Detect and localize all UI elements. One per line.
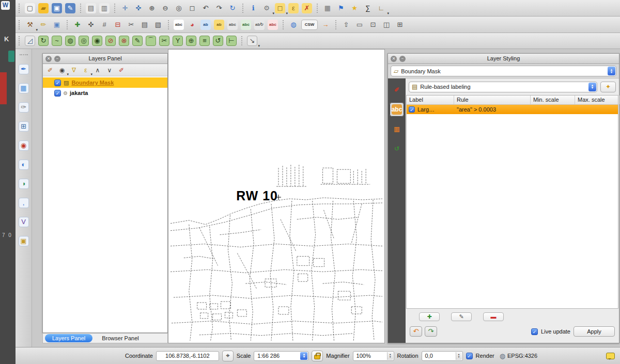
toggle-extents-button[interactable]: ⌖ bbox=[222, 351, 234, 361]
show-hide-labels-icon[interactable]: abc bbox=[226, 19, 239, 31]
messages-icon[interactable] bbox=[606, 353, 615, 359]
new-shapefile-layer-icon[interactable]: ▣ bbox=[18, 235, 30, 247]
move-label-icon[interactable]: abc bbox=[240, 19, 252, 31]
highlight-labels-icon[interactable]: ab bbox=[213, 19, 225, 31]
remove-rule-icon[interactable]: ▬ bbox=[483, 312, 504, 321]
toggle-editing-icon[interactable]: ✏ bbox=[37, 19, 50, 31]
spinbox-stepper-icon[interactable]: ▲▼ bbox=[387, 352, 393, 360]
add-rule-icon[interactable]: ✚ bbox=[419, 312, 440, 321]
add-postgis-layer-icon[interactable]: ⊞ bbox=[18, 120, 30, 133]
statistical-summary-icon[interactable]: ∑ bbox=[362, 2, 374, 14]
zoom-in-icon[interactable]: ⊕ bbox=[146, 2, 158, 14]
measure-icon[interactable]: ∟▾ bbox=[375, 2, 388, 14]
dropdown-arrow-icon[interactable]: ▾ bbox=[387, 11, 389, 15]
map-canvas[interactable]: RW 10 bbox=[168, 49, 385, 343]
trim-extend-icon[interactable]: ⊢ bbox=[225, 35, 238, 47]
html-annotation-icon[interactable]: ⊞ bbox=[394, 19, 406, 31]
open-project-icon[interactable]: ▰ bbox=[37, 2, 50, 14]
offset-curve-icon[interactable]: ⌒ bbox=[145, 35, 157, 47]
enable-advanced-digitizing-icon[interactable]: ◿ bbox=[24, 35, 36, 47]
select-by-expression-icon[interactable]: ε bbox=[287, 2, 300, 14]
layer-checkbox-icon[interactable]: ✓ bbox=[54, 80, 61, 86]
simplify-feature-icon[interactable]: ~ bbox=[51, 35, 63, 47]
delete-ring-icon[interactable]: ⊘ bbox=[104, 35, 117, 47]
layer-name[interactable]: Boundary Mask bbox=[71, 80, 114, 86]
tab-layers-panel[interactable]: Layers Panel bbox=[45, 334, 92, 342]
extent-rectangle-icon[interactable]: ⊡ bbox=[367, 19, 379, 31]
identify-features-icon[interactable]: ℹ bbox=[247, 2, 259, 14]
detach-panel-icon[interactable]: − bbox=[399, 56, 406, 62]
rule-checkbox-icon[interactable]: ✓ bbox=[409, 106, 415, 113]
add-oracle-layer-icon[interactable]: ◉ bbox=[18, 139, 30, 152]
delete-part-icon[interactable]: ⊗ bbox=[118, 35, 130, 47]
fill-ring-icon[interactable]: ◉ bbox=[91, 35, 103, 47]
layer-visibility-icon[interactable]: ◉▾ bbox=[57, 65, 67, 75]
spinbox-stepper-icon[interactable]: ▲▼ bbox=[456, 352, 462, 360]
apply-button[interactable]: Apply bbox=[574, 326, 615, 337]
pan-to-selection-icon[interactable]: ✜ bbox=[132, 2, 145, 14]
magnifier-spinbox[interactable]: 100% ▲▼ bbox=[353, 351, 394, 361]
run-feature-action-icon[interactable]: ⚙▾ bbox=[260, 2, 273, 14]
rule-row-selected[interactable]: ✓ Larg… "area" > 0.0003 NAM bbox=[407, 105, 618, 114]
save-project-as-icon[interactable]: ✎ bbox=[64, 2, 76, 14]
layer-selector-combobox[interactable]: ▱ Boundary Mask ▲▼ bbox=[391, 66, 616, 76]
live-update-checkbox[interactable]: ✓ bbox=[531, 328, 538, 335]
pin-labels-icon[interactable]: ab bbox=[199, 19, 212, 31]
split-parts-icon[interactable]: Y bbox=[172, 35, 184, 47]
rotate-label-icon[interactable]: ab↻ bbox=[253, 19, 266, 31]
add-vector-layer-icon[interactable]: ✒ bbox=[18, 63, 30, 75]
save-project-icon[interactable]: ▣ bbox=[51, 2, 63, 14]
edit-rule-icon[interactable]: ✎ bbox=[451, 312, 472, 321]
offset-point-symbols-icon[interactable]: ⇧ bbox=[340, 19, 352, 31]
zoom-full-icon[interactable]: ◻ bbox=[186, 2, 198, 14]
crs-button[interactable]: ◍ EPSG:4326 bbox=[498, 352, 539, 360]
layer-name[interactable]: jakarta bbox=[70, 90, 88, 96]
labeling-options-icon[interactable]: abc bbox=[173, 19, 185, 31]
render-checkbox[interactable]: ✓ bbox=[466, 353, 473, 359]
pan-map-icon[interactable]: ✛ bbox=[119, 2, 131, 14]
share-processing-icon[interactable]: → bbox=[319, 19, 332, 31]
symbology-tab-icon[interactable]: ✐ bbox=[390, 83, 404, 97]
metasearch-csw-icon[interactable]: CSW bbox=[301, 19, 318, 31]
move-label-tool-icon[interactable]: ↘▾ bbox=[246, 35, 258, 47]
copy-features-icon[interactable]: ▤ bbox=[138, 19, 151, 31]
expand-all-icon[interactable]: ∧ bbox=[92, 65, 103, 75]
label-style-icon[interactable]: ◕ bbox=[186, 19, 198, 31]
zoom-out-icon[interactable]: ⊖ bbox=[159, 2, 172, 14]
labeling-mode-combobox[interactable]: ▤ Rule-based labeling ▲▼ bbox=[409, 82, 597, 92]
rotate-feature-icon[interactable]: ↻ bbox=[37, 35, 50, 47]
scale-lock-button[interactable] bbox=[312, 351, 323, 361]
close-panel-icon[interactable]: ✕ bbox=[45, 56, 52, 62]
merge-features-icon[interactable]: ⊕ bbox=[185, 35, 197, 47]
rules-empty-area[interactable] bbox=[407, 114, 618, 308]
current-edits-icon[interactable]: ⚒▾ bbox=[24, 19, 36, 31]
delete-selected-icon[interactable]: ⊟ bbox=[112, 19, 124, 31]
scale-combobox[interactable]: 1:66 286 ▲▼ bbox=[254, 351, 308, 361]
tab-browser-panel[interactable]: Browser Panel bbox=[95, 334, 146, 342]
layer-row-jakarta[interactable]: ✓ jakarta bbox=[43, 88, 167, 98]
paste-features-icon[interactable]: ▧ bbox=[152, 19, 164, 31]
coordinate-input[interactable]: 106.8738,-6.1102 bbox=[156, 351, 219, 361]
open-layer-styling-icon[interactable]: ✐ bbox=[45, 65, 55, 75]
open-attribute-table-icon[interactable]: ▦ bbox=[321, 2, 334, 14]
filter-by-expression-icon[interactable]: ε▾ bbox=[81, 65, 91, 75]
reshape-features-icon[interactable]: ✎ bbox=[131, 35, 144, 47]
add-wfs-layer-icon[interactable]: ◑ bbox=[18, 178, 30, 190]
merge-attributes-icon[interactable]: ≡ bbox=[198, 35, 211, 47]
history-tab-icon[interactable]: ↺ bbox=[390, 141, 404, 156]
refresh-map-icon[interactable]: ↻ bbox=[226, 2, 239, 14]
rotation-spinbox[interactable]: 0,0 ▲▼ bbox=[422, 351, 463, 361]
undo-icon[interactable]: ↶ bbox=[410, 326, 422, 337]
cut-features-icon[interactable]: ✂ bbox=[125, 19, 137, 31]
diagram-options-icon[interactable]: ◫ bbox=[380, 19, 393, 31]
diagram-tab-icon[interactable]: ▥ bbox=[390, 122, 404, 136]
detach-panel-icon[interactable]: − bbox=[54, 56, 60, 62]
web-globe-icon[interactable]: ◍ bbox=[287, 19, 300, 31]
combobox-stepper-icon[interactable]: ▲▼ bbox=[588, 83, 596, 91]
redo-icon[interactable]: ↷ bbox=[425, 326, 437, 337]
change-label-icon[interactable]: abc bbox=[267, 19, 279, 31]
new-print-composer-icon[interactable]: ▤ bbox=[85, 2, 97, 14]
add-spatialite-layer-icon[interactable]: ✑ bbox=[18, 101, 30, 114]
zoom-last-icon[interactable]: ↶ bbox=[199, 2, 212, 14]
add-feature-icon[interactable]: ✚ bbox=[71, 19, 84, 31]
